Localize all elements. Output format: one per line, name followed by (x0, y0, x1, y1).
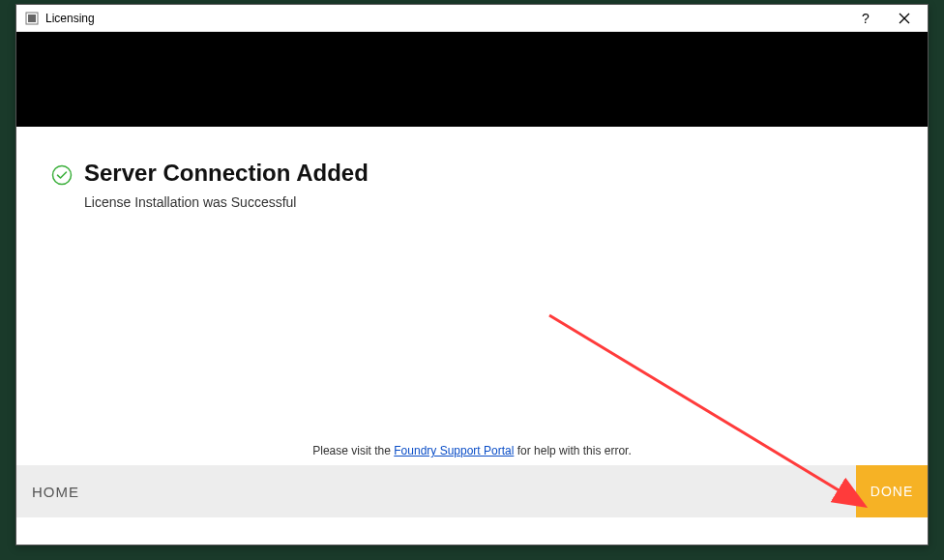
support-portal-link[interactable]: Foundry Support Portal (394, 444, 514, 457)
footer-spacer (95, 465, 856, 517)
success-check-icon (51, 164, 73, 186)
done-button[interactable]: DONE (856, 465, 928, 517)
content-area: Server Connection Added License Installa… (16, 127, 928, 465)
help-text: Please visit the Foundry Support Portal … (16, 444, 928, 457)
status-heading: Server Connection Added (84, 160, 369, 187)
licensing-dialog: Licensing ? Server Connection Added Lice… (15, 4, 929, 545)
svg-rect-1 (28, 15, 36, 22)
header-banner (16, 32, 928, 127)
help-prefix: Please visit the (312, 444, 394, 457)
home-button[interactable]: HOME (16, 465, 95, 517)
help-button[interactable]: ? (846, 5, 885, 32)
window-title: Licensing (45, 12, 846, 25)
app-icon (24, 11, 40, 26)
svg-point-4 (53, 165, 72, 184)
status-subtext: License Installation was Successful (84, 194, 893, 210)
titlebar: Licensing ? (16, 5, 928, 32)
footer: HOME DONE (16, 465, 928, 517)
close-icon (899, 13, 910, 24)
help-suffix: for help with this error. (514, 444, 631, 457)
status-row: Server Connection Added (51, 160, 893, 187)
close-button[interactable] (885, 5, 924, 32)
